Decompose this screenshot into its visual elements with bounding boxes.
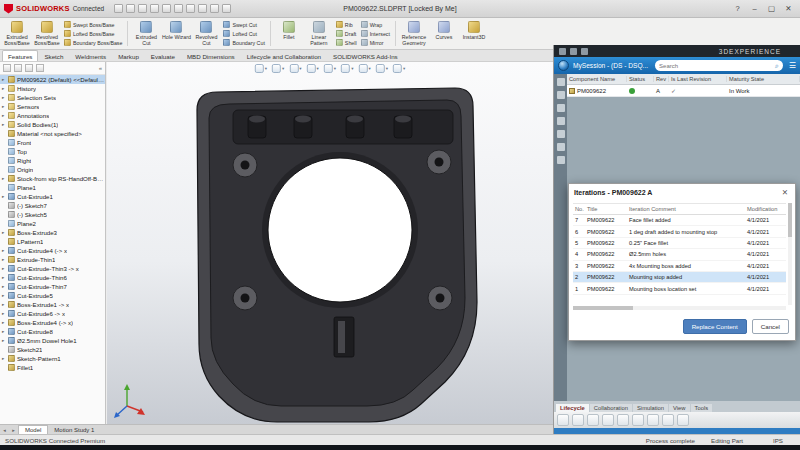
list-icon[interactable] xyxy=(557,104,565,112)
save-icon[interactable] xyxy=(138,4,147,13)
swept-cut-button[interactable]: Swept Cut xyxy=(223,21,264,28)
tree-item-origin[interactable]: Origin xyxy=(0,165,105,174)
tree-item-2-5mm-dowel-hole1[interactable]: ▸Ø2.5mm Dowel Hole1 xyxy=(0,336,105,345)
tree-item-fillet1[interactable]: Fillet1 xyxy=(0,363,105,372)
tree-item-top[interactable]: Top xyxy=(0,147,105,156)
lock-icon[interactable] xyxy=(587,414,599,426)
intersect-button[interactable]: Intersect xyxy=(361,30,390,37)
shell-button[interactable]: Shell xyxy=(336,39,357,46)
part-3d-view[interactable] xyxy=(107,62,553,424)
undo-icon[interactable] xyxy=(162,4,171,13)
open-icon[interactable] xyxy=(126,4,135,13)
extruded-boss-base-button[interactable]: Extruded Boss/Base xyxy=(2,19,32,48)
tree-item-extrude-thin1[interactable]: ▸Extrude-Thin1 xyxy=(0,255,105,264)
wrap-button[interactable]: Wrap xyxy=(361,21,390,28)
tab-solidworks-add-ins[interactable]: SOLIDWORKS Add-Ins xyxy=(327,50,404,61)
boundary-cut-button[interactable]: Boundary Cut xyxy=(223,39,264,46)
tree-item-right[interactable]: Right xyxy=(0,156,105,165)
tree-item-sketch5[interactable]: (-) Sketch5 xyxy=(0,210,105,219)
route-icon[interactable] xyxy=(647,414,659,426)
tree-item-cut-extrude5[interactable]: ▸Cut-Extrude5 xyxy=(0,291,105,300)
boundary-boss-base-button[interactable]: Boundary Boss/Base xyxy=(64,39,122,46)
print-icon[interactable] xyxy=(150,4,159,13)
redo-icon[interactable] xyxy=(174,4,183,13)
hole-wizard-button[interactable]: Hole Wizard xyxy=(161,19,191,48)
graphics-viewport[interactable]: ▾▾▾▾▾▾▾▾▾ xyxy=(107,62,553,424)
tree-item-sketch-pattern1[interactable]: ▸Sketch-Pattern1 xyxy=(0,354,105,363)
tab-mbd-dimensions[interactable]: MBD Dimensions xyxy=(181,50,241,61)
close-icon[interactable]: ✕ xyxy=(780,188,790,197)
refresh-icon[interactable] xyxy=(557,130,565,138)
replace-content-button[interactable]: Replace Content xyxy=(683,319,747,334)
back-icon[interactable] xyxy=(570,48,577,55)
scrollbar-thumb[interactable] xyxy=(573,306,633,310)
tree-item-annotations[interactable]: ▸Annotations xyxy=(0,111,105,120)
close-button[interactable]: ✕ xyxy=(780,2,797,16)
tree-item-history[interactable]: ▸History xyxy=(0,84,105,93)
tree-item-pm009622-default-default-photo[interactable]: ▸PM009622 (Default) <<Default>_Photo xyxy=(0,75,105,84)
column-header-component-name[interactable]: Component Name xyxy=(567,76,627,82)
tree-item-selection-sets[interactable]: ▸Selection Sets xyxy=(0,93,105,102)
scrollbar-thumb[interactable] xyxy=(788,203,792,237)
panel-tab-view[interactable]: View xyxy=(669,404,689,412)
settings-icon[interactable] xyxy=(557,143,565,151)
tree-item-boss-extrude1-x[interactable]: ▸Boss-Extrude1 -> x xyxy=(0,300,105,309)
save-icon[interactable] xyxy=(617,414,629,426)
tree-item-sketch21[interactable]: Sketch21 xyxy=(0,345,105,354)
tree-item-cut-extrude-thin7[interactable]: ▸Cut-Extrude-Thin7 xyxy=(0,282,105,291)
tree-item-plane2[interactable]: Plane2 xyxy=(0,219,105,228)
revolved-cut-button[interactable]: Revolved Cut xyxy=(191,19,221,48)
explore-icon[interactable] xyxy=(632,414,644,426)
tree-display-icon[interactable] xyxy=(3,64,11,72)
next-tab-icon[interactable]: ▸ xyxy=(9,425,18,434)
tree-item-cut-extrude6-x[interactable]: ▸Cut-Extrude6 -> x xyxy=(0,309,105,318)
maximize-button[interactable]: ▢ xyxy=(763,2,780,16)
delete-icon[interactable] xyxy=(677,414,689,426)
search-icon[interactable]: ⌕ xyxy=(775,62,779,70)
column-header-maturity-state[interactable]: Maturity State xyxy=(727,76,800,82)
tab-markup[interactable]: Markup xyxy=(112,50,145,61)
reference-geometry-button[interactable]: Reference Geometry xyxy=(399,19,429,48)
new-revision-icon[interactable] xyxy=(572,414,584,426)
tree-item-solid-bodies-1[interactable]: ▸Solid Bodies(1) xyxy=(0,120,105,129)
filter-icon[interactable] xyxy=(25,64,33,72)
iterations-column-title[interactable]: Title xyxy=(585,206,627,212)
units-selector[interactable]: IPS xyxy=(773,437,783,444)
apps-grid-icon[interactable] xyxy=(559,48,566,55)
tree-item-cut-extrude1[interactable]: ▸Cut-Extrude1 xyxy=(0,192,105,201)
forward-icon[interactable] xyxy=(581,48,588,55)
draft-button[interactable]: Draft xyxy=(336,30,357,37)
hide-show-icon[interactable]: ▾ xyxy=(357,63,371,74)
mirror-button[interactable]: Mirror xyxy=(361,39,390,46)
tab-model[interactable]: Model xyxy=(18,425,48,434)
iteration-row-2[interactable]: 2PM009622Mounting stop added4/1/2021 xyxy=(573,272,786,283)
view-orientation-icon[interactable]: ▾ xyxy=(323,63,337,74)
instant3d-button[interactable]: Instant3D xyxy=(459,19,489,48)
scene-icon[interactable]: ▾ xyxy=(392,63,406,74)
prev-tab-icon[interactable]: ◂ xyxy=(0,425,9,434)
tree-item-material-not-specified[interactable]: Material <not specified> xyxy=(0,129,105,138)
linear-pattern-button[interactable]: Linear Pattern xyxy=(304,19,334,48)
edit-appearance-icon[interactable]: ▾ xyxy=(375,63,389,74)
file-properties-icon[interactable] xyxy=(210,4,219,13)
component-row[interactable]: PM009622A✓In Work xyxy=(567,85,800,97)
tree-item-cut-extrude4-x[interactable]: ▸Cut-Extrude4 (-> x xyxy=(0,246,105,255)
zoom-area-icon[interactable]: ▾ xyxy=(271,63,285,74)
panel-menu-icon[interactable]: ☰ xyxy=(789,61,796,70)
expand-collapse-icon[interactable] xyxy=(36,64,44,72)
panel-tab-simulation[interactable]: Simulation xyxy=(633,404,668,412)
column-header-rev[interactable]: Rev xyxy=(654,76,669,82)
compare-icon[interactable] xyxy=(557,117,565,125)
display-style-icon[interactable]: ▾ xyxy=(340,63,354,74)
iterations-column-no[interactable]: No. xyxy=(573,206,585,212)
curves-button[interactable]: Curves xyxy=(429,19,459,48)
iteration-row-6[interactable]: 6PM0096221 deg draft added to mounting s… xyxy=(573,226,786,237)
iteration-row-7[interactable]: 7PM009622Face fillet added4/1/2021 xyxy=(573,215,786,226)
tree-item-stock-from-stp-rs-handoff-btco[interactable]: ▸Stock-from stp RS-HandOff-BTCo xyxy=(0,174,105,183)
tree-item-cut-extrude8[interactable]: ▸Cut-Extrude8 xyxy=(0,327,105,336)
search-input[interactable] xyxy=(659,63,775,69)
new-icon[interactable] xyxy=(114,4,123,13)
maturity-icon[interactable] xyxy=(557,414,569,426)
tab-features[interactable]: Features xyxy=(2,50,38,61)
rib-button[interactable]: Rib xyxy=(336,21,357,28)
